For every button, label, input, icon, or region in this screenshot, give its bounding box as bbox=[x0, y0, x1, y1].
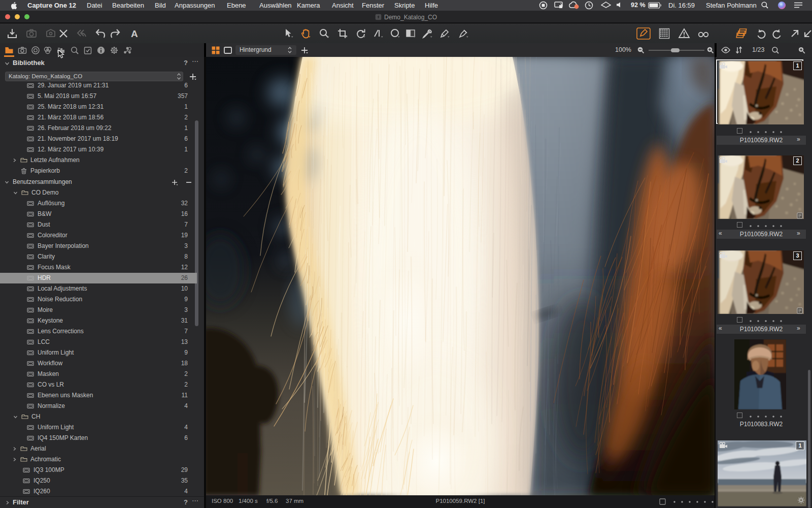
svg-text:A: A bbox=[131, 28, 138, 39]
